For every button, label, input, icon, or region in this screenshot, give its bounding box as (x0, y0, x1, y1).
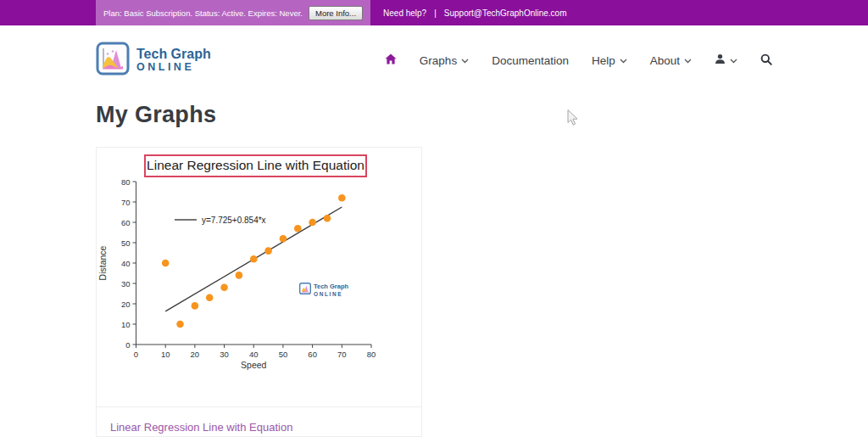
chart-area: 0102030405060708001020304050607080SpeedD… (97, 148, 421, 406)
nav-documentation[interactable]: Documentation (492, 54, 569, 67)
nav-help[interactable]: Help (592, 54, 627, 67)
user-icon (715, 53, 726, 67)
watermark-text-line1: Tech Graph (314, 283, 348, 291)
svg-text:60: 60 (121, 218, 131, 227)
svg-text:Distance: Distance (97, 245, 108, 280)
chart-watermark: Tech Graph ONLINE (299, 283, 348, 298)
nav-documentation-label: Documentation (492, 54, 569, 67)
home-icon (385, 53, 397, 67)
svg-text:80: 80 (367, 350, 376, 359)
scatter-plot: 0102030405060708001020304050607080SpeedD… (97, 148, 423, 406)
svg-text:0: 0 (125, 340, 130, 350)
search-icon (760, 53, 772, 68)
svg-text:20: 20 (121, 300, 131, 309)
nav-about[interactable]: About (650, 54, 692, 67)
svg-text:50: 50 (279, 350, 288, 359)
svg-text:10: 10 (161, 350, 170, 359)
svg-text:20: 20 (191, 350, 200, 359)
svg-text:30: 30 (220, 350, 229, 359)
watermark-logo-icon (299, 283, 311, 298)
nav-about-label: About (650, 54, 680, 67)
svg-text:10: 10 (121, 320, 131, 329)
nav-help-label: Help (592, 54, 615, 67)
nav-search[interactable] (760, 53, 772, 68)
chart-title: Linear Regression Line with Equation (144, 154, 367, 177)
site-logo[interactable]: Tech Graph ONLINE (96, 42, 211, 79)
svg-text:40: 40 (121, 259, 131, 268)
watermark-text-line2: ONLINE (314, 291, 348, 297)
chevron-down-icon (461, 59, 469, 64)
logo-text-line1: Tech Graph (136, 47, 211, 62)
subscription-banner: Plan: Basic Subscription. Status: Active… (96, 0, 370, 25)
plan-status-text: Plan: Basic Subscription. Status: Active… (103, 8, 303, 18)
site-header: Tech Graph ONLINE Graphs Documentation (96, 25, 772, 79)
svg-text:80: 80 (121, 177, 131, 187)
logo-text-line2: ONLINE (136, 62, 211, 74)
graph-card: 0102030405060708001020304050607080SpeedD… (96, 147, 422, 437)
graph-card-footer: Linear Regression Line with Equation (97, 406, 421, 437)
nav-graphs[interactable]: Graphs (420, 54, 469, 67)
graph-title-link[interactable]: Linear Regression Line with Equation (110, 421, 292, 434)
svg-text:0: 0 (134, 350, 138, 359)
chevron-down-icon (730, 59, 737, 64)
nav-account[interactable] (715, 53, 737, 67)
topbar-separator: | (434, 8, 437, 18)
topbar: Plan: Basic Subscription. Status: Active… (0, 0, 868, 25)
svg-text:40: 40 (249, 350, 259, 359)
more-info-button[interactable]: More Info... (309, 6, 363, 20)
svg-text:60: 60 (308, 350, 317, 359)
page-title: My Graphs (96, 102, 772, 128)
svg-text:70: 70 (337, 350, 347, 359)
chevron-down-icon (684, 59, 692, 64)
logo-chart-icon (96, 42, 130, 79)
svg-text:30: 30 (121, 279, 131, 289)
nav-graphs-label: Graphs (420, 54, 457, 67)
need-help-text: Need help? (383, 8, 426, 18)
nav-home[interactable] (385, 53, 397, 67)
svg-text:50: 50 (121, 238, 131, 248)
svg-text:70: 70 (121, 198, 131, 207)
chevron-down-icon (620, 59, 627, 64)
support-email-link[interactable]: Support@TechGraphOnline.com (444, 8, 567, 18)
svg-text:Speed: Speed (241, 360, 267, 370)
main-nav: Graphs Documentation Help About (385, 53, 772, 68)
svg-text:y=7.725+0.854*x: y=7.725+0.854*x (202, 216, 266, 225)
